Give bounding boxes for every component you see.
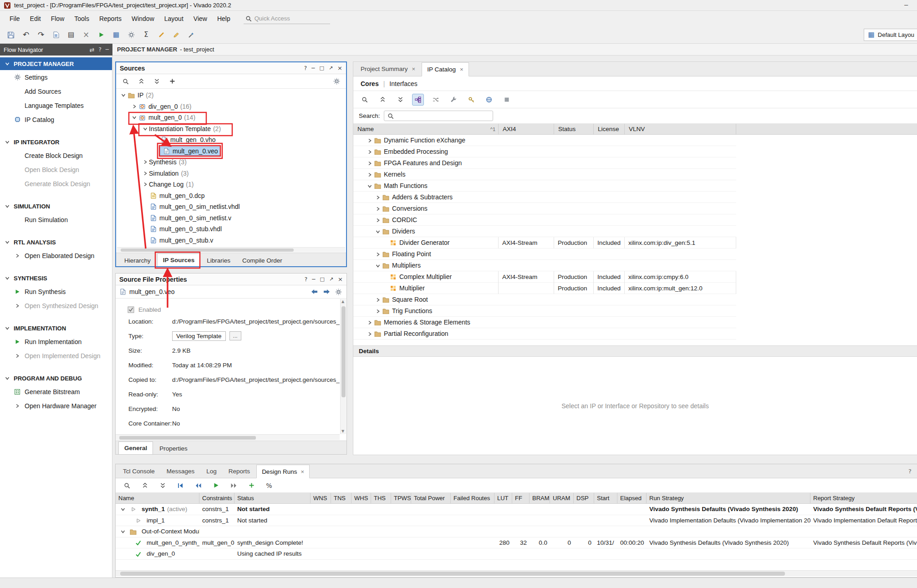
maximize-icon[interactable]: □ (320, 277, 324, 282)
marker-button[interactable] (155, 29, 168, 41)
wrench-button[interactable] (448, 94, 459, 106)
minimize-icon[interactable]: ─ (312, 277, 315, 282)
run-button[interactable] (95, 29, 107, 41)
flownav-item-run-simulation[interactable]: Run Simulation (0, 213, 112, 227)
plus-button[interactable] (167, 76, 177, 86)
tab-ip-catalog[interactable]: IP Catalog× (422, 62, 469, 76)
catalog-search-input[interactable] (384, 111, 493, 121)
scrollbar-thumb[interactable] (119, 436, 256, 440)
catalog-column-name[interactable]: Name^1 (353, 124, 499, 135)
collapse-all-button[interactable] (139, 480, 151, 492)
maximize-icon[interactable]: □ (319, 66, 324, 71)
catalog-node-math-functions[interactable]: Math Functions (353, 180, 736, 192)
run-row-out-of-context-module-runs[interactable]: Out-of-Context Module Runs (116, 526, 917, 537)
runs-column-failed-routes[interactable]: Failed Routes (451, 493, 494, 503)
search-button[interactable] (359, 94, 371, 106)
source-node-mult-gen-0[interactable]: mult_gen_0(14) (116, 112, 346, 123)
source-node-div-gen-0[interactable]: div_gen_0(16) (116, 101, 346, 112)
flownav-item-generate-block-design[interactable]: Generate Block Design (0, 177, 112, 191)
close-icon[interactable]: × (301, 468, 304, 475)
flownav-item-open-synthesized-design[interactable]: Open Synthesized Design (0, 299, 112, 313)
source-node-mult-gen-0-vho[interactable]: mult_gen_0.vho (116, 134, 346, 146)
key-button[interactable] (465, 94, 477, 106)
quick-access-input[interactable]: Quick Access (244, 13, 330, 24)
flownav-section-rtl-analysis[interactable]: RTL ANALYSIS (0, 236, 112, 248)
flownav-section-program-and-debug[interactable]: PROGRAM AND DEBUG (0, 372, 112, 385)
source-node-mult-gen-0-dcp[interactable]: mult_gen_0.dcp (116, 190, 346, 202)
close-icon[interactable]: × (337, 65, 342, 71)
settings-button[interactable] (331, 76, 341, 86)
hier-view-button[interactable] (412, 94, 424, 106)
catalog-column-vlnv[interactable]: VLNV (625, 124, 736, 135)
flownav-item-language-templates[interactable]: Language Templates (0, 98, 112, 112)
search-button[interactable] (121, 76, 131, 86)
layout-selector-button[interactable]: ▦ Default Layou (864, 29, 917, 41)
runs-column-tpws[interactable]: TPWS (391, 493, 411, 503)
runs-column-tns[interactable]: TNS (331, 493, 352, 503)
catalog-node-floating-point[interactable]: Floating Point (353, 248, 736, 260)
scrollbar-thumb[interactable] (120, 572, 785, 576)
menu-view[interactable]: View (188, 13, 212, 25)
run-row-div-gen-0[interactable]: div_gen_0Using cached IP results (116, 548, 917, 560)
flownav-section-simulation[interactable]: SIMULATION (0, 200, 112, 213)
flownav-item-create-block-design[interactable]: Create Block Design (0, 148, 112, 162)
settings-button[interactable] (125, 29, 138, 41)
source-node-change-log[interactable]: Change Log(1) (116, 179, 346, 190)
plus-green-button[interactable] (245, 480, 257, 492)
source-node-mult-gen-0-sim-netlist-vhdl[interactable]: mult_gen_0_sim_netlist.vhdl (116, 201, 346, 213)
gear-icon[interactable] (335, 289, 342, 295)
flownav-item-add-sources[interactable]: Add Sources (0, 84, 112, 98)
flownav-section-synthesis[interactable]: SYNTHESIS (0, 272, 112, 284)
properties-tab-general[interactable]: General (118, 441, 153, 454)
report-button[interactable] (50, 29, 62, 41)
menu-flow[interactable]: Flow (46, 13, 70, 25)
tab-project-summary[interactable]: Project Summary× (355, 62, 421, 76)
runs-column-status[interactable]: Status (234, 493, 311, 503)
scroll-up-icon[interactable]: ▲ (341, 300, 344, 304)
more-button[interactable]: ... (229, 331, 241, 340)
scrollbar-thumb[interactable] (121, 248, 294, 252)
runs-column-elapsed[interactable]: Elapsed (617, 493, 647, 503)
run-row-synth-1[interactable]: synth_1(active)constrs_1Not startedVivad… (116, 504, 917, 515)
source-node-mult-gen-0-stub-v[interactable]: mult_gen_0_stub.v (116, 235, 346, 246)
run-button[interactable] (210, 480, 222, 492)
runs-column-uram[interactable]: URAM (550, 493, 574, 503)
catalog-column-status[interactable]: Status (554, 124, 594, 135)
close-icon[interactable]: × (338, 276, 343, 282)
runs-column-total-power[interactable]: Total Power (411, 493, 451, 503)
scrollbar-thumb[interactable] (341, 306, 346, 397)
runs-column-whs[interactable]: WHS (352, 493, 371, 503)
help-icon[interactable]: ? (304, 66, 307, 71)
flownav-item-open-hardware-manager[interactable]: Open Hardware Manager (0, 399, 112, 413)
back-icon[interactable] (311, 289, 318, 294)
forward-icon[interactable] (323, 289, 331, 294)
flownav-section-ip-integrator[interactable]: IP INTEGRATOR (0, 136, 112, 148)
probe-button[interactable] (185, 29, 198, 41)
catalog-node-partial-reconfiguration[interactable]: Partial Reconfiguration (353, 328, 736, 340)
fast-forward-button[interactable] (228, 480, 239, 492)
menu-reports[interactable]: Reports (94, 13, 127, 25)
properties-vertical-scrollbar[interactable]: ▲ ▼ (340, 299, 346, 434)
globe-button[interactable] (483, 94, 495, 106)
flownav-item-settings[interactable]: Settings (0, 70, 112, 84)
catalog-node-square-root[interactable]: Square Root (353, 294, 736, 305)
minimize-panel-icon[interactable]: ─ (106, 47, 109, 52)
tab-design-runs[interactable]: Design Runs× (256, 465, 310, 478)
flownav-section-project-manager[interactable]: PROJECT MANAGER (0, 57, 112, 70)
properties-horizontal-scrollbar[interactable] (116, 434, 340, 440)
sigma-button[interactable]: Σ (140, 29, 153, 41)
flownav-item-run-synthesis[interactable]: Run Synthesis (0, 284, 112, 299)
properties-tab-properties[interactable]: Properties (154, 443, 193, 454)
window-minimize-icon[interactable]: ─ (899, 2, 913, 9)
runs-column-constraints[interactable]: Constraints (199, 493, 234, 503)
float-icon[interactable]: ↗ (329, 66, 333, 71)
flownav-item-generate-bitstream[interactable]: Generate Bitstream (0, 385, 112, 399)
runs-column-run-strategy[interactable]: Run Strategy (647, 493, 810, 503)
runs-column-ff[interactable]: FF (512, 493, 530, 503)
source-node-synthesis[interactable]: Synthesis(3) (116, 157, 346, 168)
source-node-mult-gen-0-stub-vhdl[interactable]: mult_gen_0_stub.vhdl (116, 223, 346, 235)
run-row-mult-gen-0-synth-1[interactable]: mult_gen_0_synth_1mult_gen_0synth_design… (116, 537, 917, 549)
close-icon[interactable]: × (412, 66, 416, 72)
runs-column-dsp[interactable]: DSP (574, 493, 594, 503)
sources-tab-libraries[interactable]: Libraries (201, 255, 236, 266)
